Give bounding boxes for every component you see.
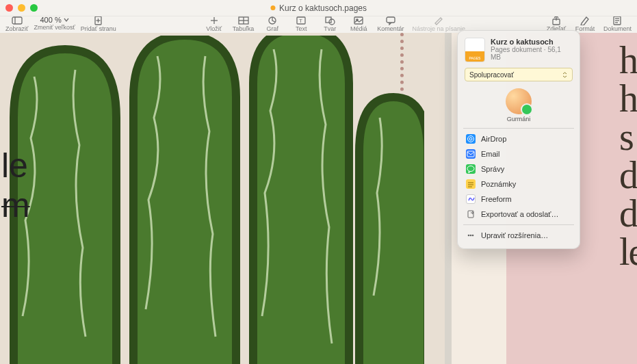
- document-thumbnail-icon: [465, 38, 485, 62]
- divider: [463, 128, 574, 129]
- zoom-value: 400 %: [40, 16, 61, 24]
- titlebar: Kurz o kaktusoch.pages: [0, 0, 637, 16]
- minimize-window-icon[interactable]: [18, 4, 25, 12]
- close-window-icon[interactable]: [5, 4, 13, 12]
- text-icon: T: [296, 16, 307, 25]
- notes-icon: [466, 179, 476, 189]
- shape-icon: [324, 16, 335, 25]
- comment-button[interactable]: Komentár: [377, 16, 404, 32]
- zoom-button[interactable]: 400 % Zmeniť veľkosť: [34, 16, 75, 31]
- freeform-icon: [466, 194, 476, 204]
- add-page-button[interactable]: Pridať stranu: [81, 16, 116, 32]
- updown-icon: [562, 72, 568, 78]
- share-option-email[interactable]: Email: [465, 146, 573, 161]
- share-edit-extensions[interactable]: Upraviť rozšírenia…: [465, 228, 573, 243]
- table-button[interactable]: Tabuľka: [233, 16, 255, 32]
- text-button[interactable]: T Text: [291, 16, 311, 32]
- window-title-text: Kurz o kaktusoch.pages: [279, 3, 367, 13]
- share-option-messages[interactable]: Správy: [465, 161, 573, 177]
- page-gap: [445, 33, 452, 364]
- maximize-window-icon[interactable]: [30, 4, 38, 12]
- share-mode-select[interactable]: Spolupracovať: [465, 68, 573, 81]
- svg-point-24: [468, 136, 474, 142]
- view-label: Zobraziť: [5, 26, 28, 32]
- share-header: Kurz o kaktusoch Pages dokument · 56,1 M…: [465, 38, 573, 62]
- add-page-icon: [93, 16, 104, 25]
- share-popover: Kurz o kaktusoch Pages dokument · 56,1 M…: [457, 30, 580, 249]
- share-edit-extensions-label: Upraviť rozšírenia…: [481, 231, 548, 239]
- writing-tools-label: Nástroje na písanie: [412, 26, 465, 32]
- extensions-icon: [466, 231, 476, 240]
- messages-icon: [466, 164, 476, 174]
- contact-avatar-icon: [506, 88, 532, 114]
- svg-rect-25: [467, 151, 474, 157]
- plus-icon: [209, 16, 220, 25]
- media-button[interactable]: Médiá: [348, 16, 369, 32]
- share-option-export[interactable]: Exportovať a odoslať…: [465, 207, 573, 222]
- mail-icon: [466, 149, 476, 159]
- svg-point-32: [470, 235, 472, 237]
- document-icon: [612, 16, 623, 25]
- media-icon: [353, 16, 364, 25]
- window-controls[interactable]: [5, 4, 38, 12]
- svg-point-23: [469, 138, 472, 140]
- media-label: Médiá: [350, 26, 367, 32]
- svg-point-33: [472, 235, 474, 237]
- contact-name: Gurmáni: [507, 116, 531, 122]
- chevron-down-icon: [64, 17, 69, 23]
- handwriting-annotation: le m: [1, 146, 30, 225]
- sidebar-icon: [12, 16, 23, 25]
- tools-icon: [433, 16, 444, 25]
- share-option-label: Freeform: [481, 195, 512, 203]
- table-label: Tabuľka: [233, 26, 255, 32]
- share-contact[interactable]: Gurmáni: [465, 88, 573, 122]
- writing-tools-button: Nástroje na písanie: [412, 16, 465, 32]
- format-label: Formát: [575, 26, 595, 32]
- svg-text:T: T: [299, 18, 302, 24]
- text-label: Text: [296, 26, 307, 32]
- shape-label: Tvar: [324, 26, 336, 32]
- chart-button[interactable]: Graf: [262, 16, 283, 32]
- insert-label: Vložiť: [206, 26, 222, 32]
- view-button[interactable]: Zobraziť: [5, 16, 28, 32]
- share-doc-title: Kurz o kaktusoch: [491, 38, 573, 46]
- share-mode-label: Spolupracovať: [469, 71, 514, 79]
- add-page-label: Pridať stranu: [81, 26, 116, 32]
- share-option-label: Exportovať a odoslať…: [481, 210, 558, 218]
- chart-label: Graf: [267, 26, 279, 32]
- cactus-illustration: [0, 36, 424, 364]
- document-label: Dokument: [603, 26, 632, 32]
- share-option-airdrop[interactable]: AirDrop: [465, 131, 573, 146]
- document-button[interactable]: Dokument: [603, 16, 632, 32]
- page-current: le m: [0, 33, 445, 364]
- comment-icon: [385, 16, 396, 25]
- format-button[interactable]: Formát: [575, 16, 595, 32]
- shape-button[interactable]: Tvar: [320, 16, 340, 32]
- share-option-label: AirDrop: [481, 135, 506, 143]
- svg-point-14: [329, 19, 335, 25]
- chart-icon: [267, 16, 278, 25]
- document-text-peek: h h s d d le: [619, 41, 637, 271]
- divider: [463, 224, 574, 225]
- unsaved-indicator-icon: [270, 5, 275, 10]
- svg-point-26: [467, 166, 474, 172]
- window-title: Kurz o kaktusoch.pages: [270, 3, 367, 13]
- share-option-freeform[interactable]: Freeform: [465, 192, 573, 207]
- svg-rect-0: [12, 17, 22, 24]
- airdrop-icon: [466, 134, 476, 144]
- table-icon: [238, 16, 249, 25]
- share-option-label: Poznámky: [481, 180, 516, 188]
- share-option-notes[interactable]: Poznámky: [465, 177, 573, 192]
- share-option-label: Email: [481, 150, 500, 158]
- svg-point-31: [468, 235, 470, 237]
- share-icon: [551, 16, 562, 25]
- format-icon: [580, 16, 590, 25]
- share-option-label: Správy: [481, 165, 504, 173]
- zoom-label: Zmeniť veľkosť: [34, 25, 75, 31]
- comment-label: Komentár: [377, 26, 404, 32]
- export-icon: [466, 209, 476, 219]
- share-doc-meta: Pages dokument · 56,1 MB: [491, 46, 573, 61]
- svg-rect-17: [387, 17, 395, 23]
- insert-button[interactable]: Vložiť: [204, 16, 224, 32]
